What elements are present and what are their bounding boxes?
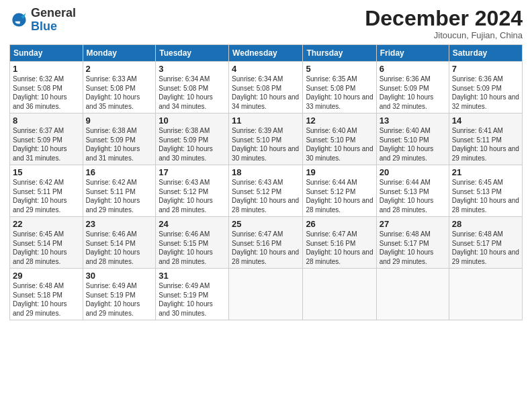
calendar-cell: 6Sunrise: 6:36 AM Sunset: 5:09 PM Daylig… [376, 62, 449, 113]
weekday-header: Tuesday [156, 45, 229, 62]
day-number: 20 [380, 167, 446, 177]
calendar-cell: 2Sunrise: 6:33 AM Sunset: 5:08 PM Daylig… [83, 62, 156, 113]
day-info: Sunrise: 6:48 AM Sunset: 5:18 PM Dayligh… [13, 281, 80, 318]
calendar-cell: 18Sunrise: 6:43 AM Sunset: 5:12 PM Dayli… [229, 165, 303, 217]
page-container: General Blue December 2024 Jitoucun, Fuj… [0, 0, 532, 326]
day-number: 4 [232, 64, 300, 74]
day-info: Sunrise: 6:44 AM Sunset: 5:13 PM Dayligh… [380, 178, 446, 214]
logo-general: General [31, 6, 76, 19]
month-title: December 2024 [365, 7, 523, 30]
day-number: 27 [380, 219, 446, 229]
day-info: Sunrise: 6:32 AM Sunset: 5:08 PM Dayligh… [13, 75, 80, 111]
day-info: Sunrise: 6:37 AM Sunset: 5:09 PM Dayligh… [13, 126, 80, 163]
logo-blue: Blue [31, 19, 57, 33]
day-number: 1 [13, 64, 80, 74]
day-info: Sunrise: 6:42 AM Sunset: 5:11 PM Dayligh… [13, 178, 80, 214]
day-info: Sunrise: 6:38 AM Sunset: 5:09 PM Dayligh… [159, 126, 226, 163]
calendar-cell: 13Sunrise: 6:40 AM Sunset: 5:10 PM Dayli… [376, 113, 449, 165]
day-info: Sunrise: 6:34 AM Sunset: 5:08 PM Dayligh… [232, 75, 300, 111]
day-number: 7 [452, 64, 519, 74]
day-info: Sunrise: 6:45 AM Sunset: 5:14 PM Dayligh… [13, 230, 80, 266]
day-number: 23 [86, 219, 153, 229]
day-info: Sunrise: 6:45 AM Sunset: 5:13 PM Dayligh… [452, 178, 519, 214]
day-info: Sunrise: 6:35 AM Sunset: 5:08 PM Dayligh… [306, 75, 373, 111]
day-info: Sunrise: 6:41 AM Sunset: 5:11 PM Dayligh… [452, 126, 519, 163]
day-info: Sunrise: 6:36 AM Sunset: 5:09 PM Dayligh… [452, 75, 519, 111]
calendar-cell: 22Sunrise: 6:45 AM Sunset: 5:14 PM Dayli… [10, 217, 83, 269]
calendar-cell: 27Sunrise: 6:48 AM Sunset: 5:17 PM Dayli… [376, 217, 449, 269]
header: General Blue December 2024 Jitoucun, Fuj… [9, 7, 523, 40]
day-number: 12 [306, 116, 373, 126]
calendar-week-row: 29Sunrise: 6:48 AM Sunset: 5:18 PM Dayli… [10, 269, 523, 320]
weekday-header: Saturday [449, 45, 522, 62]
logo: General Blue [9, 7, 76, 34]
calendar-cell [303, 269, 376, 320]
calendar-cell: 17Sunrise: 6:43 AM Sunset: 5:12 PM Dayli… [156, 165, 229, 217]
day-number: 31 [159, 271, 226, 281]
weekday-header: Friday [376, 45, 449, 62]
calendar-cell: 30Sunrise: 6:49 AM Sunset: 5:19 PM Dayli… [83, 269, 156, 320]
day-number: 24 [159, 219, 226, 229]
day-number: 29 [13, 271, 80, 281]
calendar-cell: 15Sunrise: 6:42 AM Sunset: 5:11 PM Dayli… [10, 165, 83, 217]
weekday-header: Sunday [10, 45, 83, 62]
day-info: Sunrise: 6:48 AM Sunset: 5:17 PM Dayligh… [380, 230, 446, 266]
calendar-week-row: 15Sunrise: 6:42 AM Sunset: 5:11 PM Dayli… [10, 165, 523, 217]
calendar-cell: 21Sunrise: 6:45 AM Sunset: 5:13 PM Dayli… [449, 165, 522, 217]
calendar-cell: 19Sunrise: 6:44 AM Sunset: 5:12 PM Dayli… [303, 165, 376, 217]
calendar-cell: 8Sunrise: 6:37 AM Sunset: 5:09 PM Daylig… [10, 113, 83, 165]
calendar-cell: 26Sunrise: 6:47 AM Sunset: 5:16 PM Dayli… [303, 217, 376, 269]
weekday-header-row: SundayMondayTuesdayWednesdayThursdayFrid… [10, 45, 523, 62]
day-number: 25 [232, 219, 300, 229]
weekday-header: Wednesday [229, 45, 303, 62]
calendar-cell: 10Sunrise: 6:38 AM Sunset: 5:09 PM Dayli… [156, 113, 229, 165]
calendar-week-row: 8Sunrise: 6:37 AM Sunset: 5:09 PM Daylig… [10, 113, 523, 165]
day-info: Sunrise: 6:40 AM Sunset: 5:10 PM Dayligh… [380, 126, 446, 163]
day-info: Sunrise: 6:34 AM Sunset: 5:08 PM Dayligh… [159, 75, 226, 111]
day-info: Sunrise: 6:39 AM Sunset: 5:10 PM Dayligh… [232, 126, 300, 163]
day-number: 11 [232, 116, 300, 126]
day-number: 6 [380, 64, 446, 74]
calendar-cell: 20Sunrise: 6:44 AM Sunset: 5:13 PM Dayli… [376, 165, 449, 217]
location-subtitle: Jitoucun, Fujian, China [365, 30, 523, 40]
weekday-header: Thursday [303, 45, 376, 62]
calendar-cell: 28Sunrise: 6:48 AM Sunset: 5:17 PM Dayli… [449, 217, 522, 269]
day-info: Sunrise: 6:47 AM Sunset: 5:16 PM Dayligh… [232, 230, 300, 266]
calendar-cell: 24Sunrise: 6:46 AM Sunset: 5:15 PM Dayli… [156, 217, 229, 269]
calendar-cell: 1Sunrise: 6:32 AM Sunset: 5:08 PM Daylig… [10, 62, 83, 113]
day-info: Sunrise: 6:43 AM Sunset: 5:12 PM Dayligh… [159, 178, 226, 214]
day-info: Sunrise: 6:46 AM Sunset: 5:15 PM Dayligh… [159, 230, 226, 266]
day-number: 9 [86, 116, 153, 126]
day-info: Sunrise: 6:38 AM Sunset: 5:09 PM Dayligh… [86, 126, 153, 163]
day-number: 5 [306, 64, 373, 74]
calendar-cell: 7Sunrise: 6:36 AM Sunset: 5:09 PM Daylig… [449, 62, 522, 113]
day-number: 28 [452, 219, 519, 229]
calendar-cell [449, 269, 522, 320]
day-info: Sunrise: 6:49 AM Sunset: 5:19 PM Dayligh… [159, 281, 226, 318]
calendar-table: SundayMondayTuesdayWednesdayThursdayFrid… [9, 44, 523, 320]
day-number: 26 [306, 219, 373, 229]
day-number: 21 [452, 167, 519, 177]
calendar-week-row: 1Sunrise: 6:32 AM Sunset: 5:08 PM Daylig… [10, 62, 523, 113]
day-number: 10 [159, 116, 226, 126]
day-info: Sunrise: 6:49 AM Sunset: 5:19 PM Dayligh… [86, 281, 153, 318]
calendar-week-row: 22Sunrise: 6:45 AM Sunset: 5:14 PM Dayli… [10, 217, 523, 269]
day-number: 3 [159, 64, 226, 74]
day-number: 19 [306, 167, 373, 177]
calendar-cell: 5Sunrise: 6:35 AM Sunset: 5:08 PM Daylig… [303, 62, 376, 113]
calendar-cell: 11Sunrise: 6:39 AM Sunset: 5:10 PM Dayli… [229, 113, 303, 165]
day-info: Sunrise: 6:47 AM Sunset: 5:16 PM Dayligh… [306, 230, 373, 266]
day-number: 22 [13, 219, 80, 229]
calendar-cell: 23Sunrise: 6:46 AM Sunset: 5:14 PM Dayli… [83, 217, 156, 269]
day-info: Sunrise: 6:46 AM Sunset: 5:14 PM Dayligh… [86, 230, 153, 266]
calendar-cell: 25Sunrise: 6:47 AM Sunset: 5:16 PM Dayli… [229, 217, 303, 269]
logo-text: General Blue [31, 7, 76, 34]
day-info: Sunrise: 6:44 AM Sunset: 5:12 PM Dayligh… [306, 178, 373, 214]
calendar-cell: 14Sunrise: 6:41 AM Sunset: 5:11 PM Dayli… [449, 113, 522, 165]
calendar-cell: 31Sunrise: 6:49 AM Sunset: 5:19 PM Dayli… [156, 269, 229, 320]
day-number: 14 [452, 116, 519, 126]
day-info: Sunrise: 6:43 AM Sunset: 5:12 PM Dayligh… [232, 178, 300, 214]
day-info: Sunrise: 6:42 AM Sunset: 5:11 PM Dayligh… [86, 178, 153, 214]
day-number: 17 [159, 167, 226, 177]
title-block: December 2024 Jitoucun, Fujian, China [365, 7, 523, 40]
